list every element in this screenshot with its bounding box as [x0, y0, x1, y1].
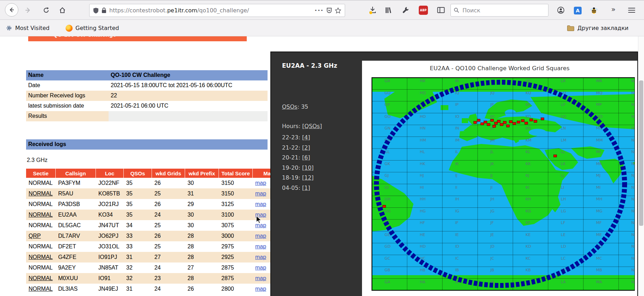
pocket-icon[interactable] — [326, 7, 332, 14]
qsos-cell: 33 — [124, 231, 152, 241]
home-button[interactable] — [58, 6, 67, 15]
table-row: NORMAL DL3IAS JN49EJ 31 24 26 2800 map — [26, 284, 288, 294]
hour-count-link[interactable]: 10 — [304, 164, 311, 171]
svg-text:HD: HD — [420, 244, 426, 249]
wrench-icon — [402, 6, 410, 14]
bookmark-most-visited[interactable]: Most Visited — [6, 20, 49, 36]
qsos-cell: 32 — [124, 273, 152, 284]
map-link[interactable]: map — [255, 275, 266, 281]
info-row-value — [109, 111, 268, 121]
hour-count-link[interactable]: 12 — [304, 174, 311, 181]
loc-cell: JO62PJ — [96, 231, 124, 241]
map-link[interactable]: map — [255, 180, 266, 186]
bookmark-star-icon[interactable] — [335, 7, 341, 14]
wkd-prefix-cell: 31 — [185, 188, 219, 199]
reload-button[interactable] — [42, 6, 51, 15]
map-link[interactable]: map — [255, 191, 266, 197]
callsign-cell: DL3IAS — [56, 284, 96, 294]
folder-icon — [567, 25, 575, 31]
search-input[interactable] — [462, 7, 545, 14]
page-scrollbar[interactable] — [638, 36, 644, 296]
hour-row: 21-22: [2] — [282, 143, 314, 153]
url-bar[interactable]: https://contestrobot.pe1itr.com/qo100_ch… — [89, 4, 345, 17]
bookmark-label: Most Visited — [15, 25, 49, 31]
sectie-cell[interactable]: QRP — [26, 231, 56, 241]
sectie-cell[interactable]: NORMAL — [26, 284, 56, 294]
sectie-cell[interactable]: NORMAL — [26, 210, 56, 220]
results-table-body: NORMAL PA3FYM JO22NF 35 26 30 3150 map N… — [26, 178, 288, 294]
map-link[interactable]: map — [255, 254, 266, 260]
svg-text:LA: LA — [561, 280, 566, 284]
svg-text:MP: MP — [596, 102, 602, 107]
sectie-cell[interactable]: NORMAL — [26, 188, 56, 199]
column-header: Sectie — [26, 169, 56, 178]
hour-range: 18-19: — [282, 174, 300, 181]
svg-text:LN: LN — [561, 126, 566, 131]
svg-text:LD: LD — [561, 244, 566, 249]
overlay-hours-list: 22-23: [4] 21-22: [2] 20-21: [6] 19-20: … — [282, 133, 314, 193]
adblock-button[interactable]: ABP — [419, 6, 428, 15]
forward-button[interactable] — [23, 6, 32, 15]
menu-button[interactable] — [628, 8, 635, 13]
map-link[interactable]: map — [255, 233, 266, 239]
bookmark-getting-started[interactable]: Getting Started — [66, 20, 119, 36]
back-button[interactable] — [5, 3, 18, 17]
svg-text:MJ: MJ — [596, 173, 601, 178]
svg-text:KL: KL — [526, 150, 530, 154]
other-bookmarks-button[interactable]: Другие закладки — [567, 20, 628, 36]
svg-text:NG: NG — [631, 209, 635, 213]
hour-row: 04-05: [1] — [282, 183, 314, 193]
svg-text:KJ: KJ — [526, 173, 529, 178]
svg-text:NF: NF — [631, 221, 635, 225]
wkd-grids-cell: 25 — [152, 241, 185, 252]
tools-button[interactable] — [401, 6, 410, 15]
hours-qsos-link[interactable]: QSOs — [305, 123, 320, 129]
page-actions-icon[interactable]: ••• — [314, 8, 324, 13]
svg-text:IL: IL — [455, 150, 459, 154]
svg-text:NR: NR — [631, 79, 635, 83]
svg-text:LI: LI — [561, 185, 564, 190]
total-score-cell: 2975 — [219, 241, 253, 252]
search-box[interactable] — [450, 4, 548, 17]
map-link[interactable]: map — [255, 286, 266, 292]
qsos-separator: : — [298, 103, 301, 110]
page-banner[interactable]: QO-100 CW Challenge — [28, 36, 247, 41]
url-prefix: https://contestrobot. — [109, 7, 167, 14]
sectie-cell[interactable]: NORMAL — [26, 252, 56, 262]
map-link[interactable]: map — [255, 265, 266, 271]
bracket-close: ] — [308, 134, 310, 141]
qsos-link[interactable]: QSOs — [282, 103, 298, 110]
hour-count-link[interactable]: 2 — [304, 144, 308, 151]
downloads-button[interactable] — [368, 6, 377, 15]
page-content: QO-100 CW Challenge Name QO-100 CW Chall… — [0, 36, 638, 296]
account-button[interactable] — [556, 6, 565, 15]
hour-count-link[interactable]: 1 — [304, 185, 308, 191]
column-header: wkd Grids — [152, 169, 185, 178]
hour-row: 18-19: [12] — [282, 173, 314, 183]
total-score-cell: 2925 — [219, 252, 253, 262]
svg-text:IJ: IJ — [455, 173, 458, 178]
callsign-cell: M0XUU — [56, 273, 96, 284]
hour-range: 19-20: — [282, 164, 300, 171]
column-header: Total Score — [219, 169, 253, 178]
sectie-cell[interactable]: NORMAL — [26, 273, 56, 284]
scrollbar-thumb[interactable] — [639, 80, 643, 226]
sidebar-button[interactable] — [436, 6, 446, 15]
map-link[interactable]: map — [255, 243, 266, 249]
qsos-cell: 35 — [124, 178, 152, 188]
results-table-header: SectieCallsignLocQSOswkd Gridswkd Prefix… — [26, 169, 288, 178]
library-button[interactable] — [384, 6, 393, 15]
svg-text:KF: KF — [526, 221, 530, 225]
svg-text:IB: IB — [455, 268, 459, 272]
svg-text:JF: JF — [490, 221, 494, 225]
table-row: NORMAL PA3DSB JO21RJ 35 26 29 3125 map — [26, 199, 288, 210]
translate-extension-button[interactable]: A — [573, 6, 582, 15]
svg-text:NE: NE — [631, 232, 635, 237]
overflow-chevron-icon[interactable]: » — [611, 5, 615, 13]
map-link[interactable]: map — [255, 201, 266, 207]
bee-extension-button[interactable] — [589, 6, 599, 15]
hour-count-link[interactable]: 4 — [304, 134, 308, 141]
table-row: NORMAL EU2AA KO34 35 24 30 3100 map — [26, 210, 288, 220]
hour-count-link[interactable]: 6 — [304, 154, 308, 161]
wkd-prefix-cell: 28 — [185, 273, 219, 284]
